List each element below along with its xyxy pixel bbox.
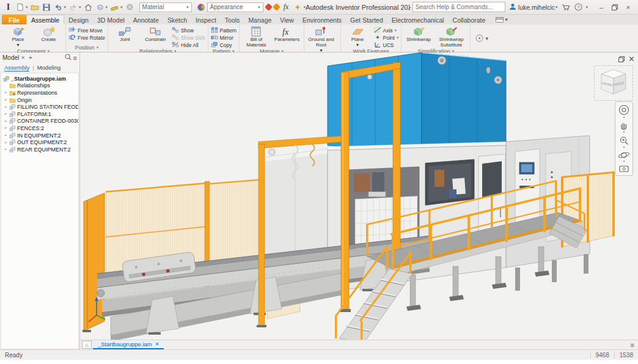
show-button[interactable]: Show xyxy=(172,27,205,34)
document-restore-icon[interactable] xyxy=(618,54,625,65)
navigation-wheel-icon[interactable]: ▾ xyxy=(618,104,630,119)
tree-item-out-equipment[interactable]: + OUT EQUIPMENT:2 xyxy=(1,139,78,146)
expand-icon[interactable]: + xyxy=(3,147,8,152)
save-icon[interactable] xyxy=(42,2,51,12)
new-file-icon[interactable] xyxy=(15,2,24,12)
tab-environments[interactable]: Environments xyxy=(298,15,346,24)
tab-file[interactable]: File xyxy=(2,15,26,24)
parameters-button[interactable]: fx Parameters xyxy=(273,26,301,43)
browser-tab-model[interactable]: Model xyxy=(2,54,19,61)
measure-dropdown-icon[interactable]: ▾ xyxy=(120,5,123,10)
pattern-button[interactable]: Pattern xyxy=(211,27,237,34)
browser-menu-icon[interactable]: ≡ xyxy=(73,54,77,62)
shrinkwrap-substitute-button[interactable]: Shrinkwrap Substitute xyxy=(435,26,468,48)
browser-search-icon[interactable] xyxy=(65,54,72,62)
add-command-icon[interactable]: + xyxy=(293,2,302,12)
tab-get-started[interactable]: Get Started xyxy=(346,15,387,24)
model-canvas[interactable] xyxy=(80,53,638,340)
tree-item-origin[interactable]: + Origin xyxy=(1,96,78,104)
tab-inspect[interactable]: Inspect xyxy=(191,15,221,24)
expand-icon[interactable]: + xyxy=(3,97,8,103)
tree-item-fences[interactable]: + FENCES:2 xyxy=(1,125,78,132)
browser-tab-close-icon[interactable]: ✕ xyxy=(21,55,25,60)
tree-item-assembly-root[interactable]: _Startbaugruppe.iam xyxy=(1,75,78,82)
tab-annotate[interactable]: Annotate xyxy=(129,15,163,24)
search-toggle-icon[interactable]: ▸ xyxy=(409,5,411,10)
graphics-viewport[interactable]: × FRONT RIGHT ▾ ▾ ▾ xyxy=(80,53,638,349)
tab-assemble[interactable]: Assemble xyxy=(26,15,64,24)
help-search[interactable] xyxy=(413,2,505,12)
point-button[interactable]: Point▾ xyxy=(374,34,399,41)
copy-button[interactable]: Copy xyxy=(211,42,237,48)
tree-item-representations[interactable]: + Representations xyxy=(1,89,78,96)
tab-sketch[interactable]: Sketch xyxy=(163,15,191,24)
document-tab[interactable]: _Startbaugruppe.iam ✕ xyxy=(93,340,164,349)
joint-button[interactable]: Joint xyxy=(111,26,139,43)
plane-button[interactable]: Plane▾ xyxy=(343,26,372,48)
expand-icon[interactable]: + xyxy=(3,133,8,138)
shrinkwrap-button[interactable]: Shrinkwrap xyxy=(404,26,433,43)
tab-electromechanical[interactable]: Electromechanical xyxy=(387,15,449,24)
axis-button[interactable]: Axis▾ xyxy=(374,27,399,34)
undo-dropdown-icon[interactable]: ▾ xyxy=(64,5,67,10)
tree-item-platform[interactable]: + PLATFORM:1 xyxy=(1,111,78,118)
free-move-button[interactable]: Free Move xyxy=(68,27,105,34)
constrain-button[interactable]: Constrain xyxy=(141,26,170,43)
expand-icon[interactable]: + xyxy=(3,125,8,131)
tab-manage[interactable]: Manage xyxy=(244,15,276,24)
expand-icon[interactable]: + xyxy=(3,104,8,110)
search-input[interactable] xyxy=(416,4,502,10)
undo-icon[interactable] xyxy=(54,2,63,12)
appearance-combo[interactable]: Appearance▾ xyxy=(207,2,263,12)
tab-overflow-icon[interactable]: ≡ xyxy=(631,341,638,349)
free-rotate-button[interactable]: Free Rotate xyxy=(68,34,105,41)
document-close-icon[interactable]: × xyxy=(629,54,634,65)
ribbon-display-toggle[interactable]: ▾ xyxy=(496,15,508,24)
ucs-button[interactable]: UCS xyxy=(374,42,399,48)
document-tab-close-icon[interactable]: ✕ xyxy=(155,341,160,347)
ground-and-root-button[interactable]: Ground and Root▾ xyxy=(307,26,336,53)
appearance-wheel-icon[interactable] xyxy=(197,4,205,11)
adjust-appearance-icon[interactable] xyxy=(273,3,280,11)
mode-link-assembly[interactable]: Assembly xyxy=(4,64,29,71)
zoom-icon[interactable]: ▾ xyxy=(618,135,629,149)
browser-add-tab[interactable]: + xyxy=(29,54,32,61)
tab-tools[interactable]: Tools xyxy=(221,15,244,24)
cart-icon[interactable] xyxy=(561,2,570,12)
expand-icon[interactable]: + xyxy=(3,90,8,95)
mode-link-modeling[interactable]: Modeling xyxy=(37,64,61,71)
view-face-dropdown-icon[interactable]: ▾ xyxy=(106,5,108,10)
expand-icon[interactable]: + xyxy=(3,118,8,124)
inventor-logo-icon[interactable]: I xyxy=(4,2,13,12)
tree-item-rear-equipment[interactable]: + REAR EQUIPMENT:2 xyxy=(1,146,78,153)
mirror-button[interactable]: Mirror xyxy=(211,34,237,41)
pan-icon[interactable]: ▾ xyxy=(618,120,629,134)
tree-item-container[interactable]: + CONTAINER FEOD-00303735:1 xyxy=(1,118,78,125)
ribbon-options-button[interactable]: ▾ xyxy=(471,24,493,52)
view-face-icon[interactable] xyxy=(95,2,105,12)
expand-icon[interactable]: + xyxy=(3,140,8,145)
view-cube[interactable]: FRONT RIGHT xyxy=(594,65,633,101)
parameters-fx-icon[interactable]: fx xyxy=(282,2,291,12)
bill-of-materials-button[interactable]: Bill of Materials xyxy=(242,26,271,48)
new-file-dropdown-icon[interactable]: ▾ xyxy=(26,5,28,10)
minimize-button[interactable]: – xyxy=(595,2,607,13)
home-icon[interactable] xyxy=(84,2,93,12)
clear-appearance-icon[interactable] xyxy=(265,3,273,11)
tab-3d-model[interactable]: 3D Model xyxy=(93,15,129,24)
open-icon[interactable] xyxy=(31,2,40,12)
tab-design[interactable]: Design xyxy=(64,15,93,24)
home-tab-icon[interactable]: ⌂ xyxy=(82,341,92,349)
panel-label-position[interactable]: Position▾ xyxy=(68,45,105,52)
help-icon[interactable]: ? xyxy=(574,2,583,12)
tree-item-relationships[interactable]: Relationships xyxy=(1,82,78,90)
measure-icon[interactable] xyxy=(110,2,119,12)
tree-item-in-equipment[interactable]: + IN EQUIPMENT:2 xyxy=(1,132,78,139)
tree-item-filling-station[interactable]: + FILLING STATION FEOD-00303879:1 xyxy=(1,103,78,111)
tab-view[interactable]: View xyxy=(276,15,298,24)
tab-collaborate[interactable]: Collaborate xyxy=(449,15,490,24)
create-button[interactable]: Create xyxy=(34,26,63,43)
close-button[interactable]: × xyxy=(622,2,634,13)
restore-button[interactable] xyxy=(609,2,621,13)
expand-icon[interactable]: + xyxy=(3,111,8,117)
